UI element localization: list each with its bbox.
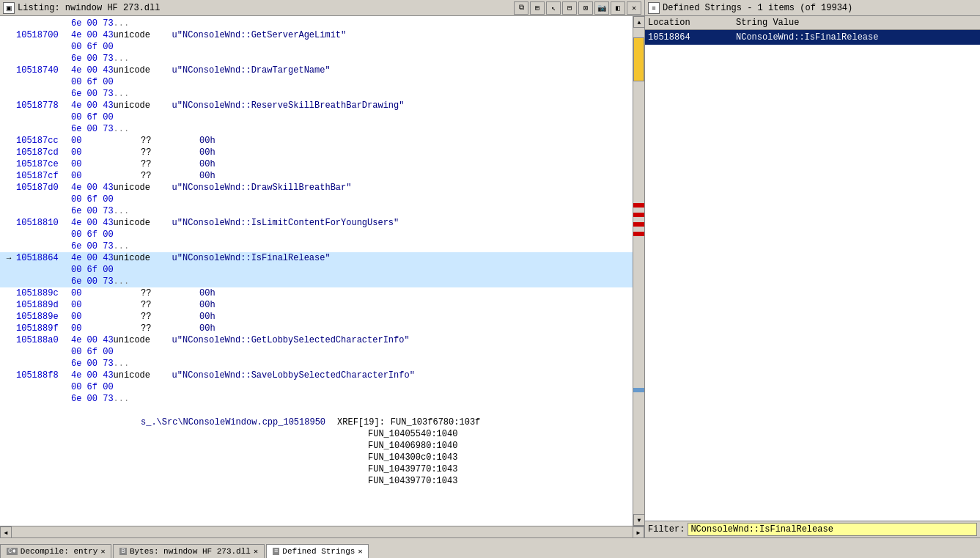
tab-bytes[interactable]: B Bytes: nwindow HF 273.dll ✕ <box>113 544 264 558</box>
scroll-marker-yellow <box>633 37 644 81</box>
listing-title: Listing: nwindow HF 273.dll <box>18 3 511 13</box>
camera-btn[interactable]: 📷 <box>594 1 609 15</box>
code-line: 00 6f 00 <box>0 346 633 358</box>
tab-close-decompile[interactable]: ✕ <box>100 547 105 556</box>
header-buttons: ⧉ ⊞ ↖ ⊟ ⊠ 📷 ◧ ✕ <box>514 1 641 15</box>
xref-line: FUN_10439770:1043 <box>0 475 633 487</box>
source-text: s_.\Src\NConsoleWindow.cpp_10518950 <box>141 416 325 428</box>
listing-hscroll[interactable]: ◀ ▶ <box>0 526 644 537</box>
tab-close-bytes[interactable]: ✕ <box>254 547 258 556</box>
code-line: 10518700 4e 00 43 unicode u"NConsoleWnd:… <box>0 29 633 41</box>
code-line: 105187ce 00 ?? 00h <box>0 158 633 170</box>
code-line: 1051889e 00 ?? 00h <box>0 311 633 323</box>
code-line: 105187cf 00 ?? 00h <box>0 170 633 182</box>
defined-strings-header: ≡ Defined Strings - 1 items (of 19934) <box>645 0 980 16</box>
close-btn[interactable]: ✕ <box>627 1 641 15</box>
tab-defined-strings[interactable]: ≡ Defined Strings ✕ <box>266 544 369 558</box>
listing-text-area[interactable]: 6e 00 73 ... 10518700 4e 00 43 unicode u… <box>0 16 633 526</box>
tab-label-ds: Defined Strings <box>282 547 355 556</box>
listing-vscroll[interactable]: ▲ ▼ <box>633 16 644 526</box>
code-line: 10518778 4e 00 43 unicode u"NConsoleWnd:… <box>0 100 633 111</box>
code-line: 105188f8 4e 00 43 unicode u"NConsoleWnd:… <box>0 370 633 381</box>
col-header-string: String Value <box>736 18 977 28</box>
scroll-marker-red-1 <box>633 203 644 208</box>
code-line: 105188a0 4e 00 43 unicode u"NConsoleWnd:… <box>0 334 633 346</box>
listing-icon: ▣ <box>3 2 15 14</box>
tab-label-decompile: Decompile: entry <box>21 547 98 556</box>
xref-line: FUN_104300c0:1043 <box>0 452 633 463</box>
split-btn-1[interactable]: ⊟ <box>562 1 577 15</box>
bottom-tabs: C♦ Decompile: entry ✕ B Bytes: nwindow H… <box>0 537 980 558</box>
arrow-indicator: → <box>1 252 16 264</box>
copy-btn-2[interactable]: ⊞ <box>530 1 545 15</box>
code-line: 00 6f 00 <box>0 264 633 276</box>
cell-string-value: NConsoleWnd::IsFinalRelease <box>736 31 977 44</box>
filter-input[interactable] <box>688 523 977 536</box>
code-line: 10518810 4e 00 43 unicode u"NConsoleWnd:… <box>0 217 633 229</box>
xref-line: FUN_10406980:1040 <box>0 440 633 452</box>
listing-panel: ▣ Listing: nwindow HF 273.dll ⧉ ⊞ ↖ ⊟ ⊠ … <box>0 0 645 537</box>
tab-icon-decompile: C♦ <box>7 548 18 555</box>
code-line: 6e 00 73 ... <box>0 88 633 100</box>
tab-close-ds[interactable]: ✕ <box>358 547 362 556</box>
code-line: 00 6f 00 <box>0 381 633 393</box>
cursor-btn[interactable]: ↖ <box>546 1 561 15</box>
split-btn-2[interactable]: ⊠ <box>578 1 593 15</box>
scroll-marker-red-2 <box>633 213 644 217</box>
xref-line: FUN_10439770:1043 <box>0 463 633 475</box>
code-line: 00 6f 00 <box>0 111 633 123</box>
copy-btn-1[interactable]: ⧉ <box>514 1 528 15</box>
right-panel: ≡ Defined Strings - 1 items (of 19934) L… <box>645 0 980 537</box>
xref-line: FUN_10405540:1040 <box>0 428 633 440</box>
tab-decompile[interactable]: C♦ Decompile: entry ✕ <box>0 544 111 558</box>
nav-btn[interactable]: ◧ <box>611 1 625 15</box>
code-line: 00 6f 00 <box>0 41 633 53</box>
highlighted-code-line: → 10518864 4e 00 43 unicode u"NConsoleWn… <box>0 252 633 264</box>
code-line: 6e 00 73 ... <box>0 393 633 405</box>
scroll-right-btn[interactable]: ▶ <box>633 526 644 537</box>
xref-value-1: FUN_103f6780:103f <box>391 416 480 428</box>
code-line: 00 6f 00 <box>0 76 633 88</box>
listing-content: 6e 00 73 ... 10518700 4e 00 43 unicode u… <box>0 16 644 526</box>
source-line: s_.\Src\NConsoleWindow.cpp_10518950 XREF… <box>0 416 633 428</box>
listing-header: ▣ Listing: nwindow HF 273.dll ⧉ ⊞ ↖ ⊟ ⊠ … <box>0 0 644 16</box>
scroll-up-btn[interactable]: ▲ <box>633 16 644 28</box>
code-line: 1051889d 00 ?? 00h <box>0 299 633 311</box>
ds-icon: ≡ <box>648 2 660 14</box>
code-line: 6e 00 73 ... <box>0 18 633 29</box>
code-line: 6e 00 73 ... <box>0 53 633 65</box>
tab-label-bytes: Bytes: nwindow HF 273.dll <box>130 547 251 556</box>
filter-label: Filter: <box>648 524 685 535</box>
cell-location: 10518864 <box>648 31 736 44</box>
scroll-marker-red-4 <box>633 232 644 236</box>
table-header: Location String Value <box>645 16 980 30</box>
scroll-left-btn[interactable]: ◀ <box>0 526 12 537</box>
code-line: 105187cc 00 ?? 00h <box>0 135 633 147</box>
tab-icon-ds: ≡ <box>273 548 279 555</box>
col-header-location: Location <box>648 18 736 28</box>
tab-icon-bytes: B <box>119 548 126 555</box>
code-line: 105187d0 4e 00 43 unicode u"NConsoleWnd:… <box>0 182 633 194</box>
scroll-marker-red-3 <box>633 222 644 227</box>
code-line: 6e 00 73 ... <box>0 276 633 287</box>
code-line: 1051889c 00 ?? 00h <box>0 287 633 299</box>
code-line: 6e 00 73 ... <box>0 205 633 217</box>
table-content[interactable]: 10518864 NConsoleWnd::IsFinalRelease <box>645 30 980 521</box>
xref-label: XREF[19]: <box>337 416 385 428</box>
code-line: 6e 00 73 ... <box>0 123 633 135</box>
scroll-down-btn[interactable]: ▼ <box>633 514 644 526</box>
code-line: 6e 00 73 ... <box>0 241 633 252</box>
code-line: 1051889f 00 ?? 00h <box>0 323 633 334</box>
code-line: 6e 00 73 ... <box>0 358 633 370</box>
filter-bar: Filter: <box>645 521 980 537</box>
code-line: 10518740 4e 00 43 unicode u"NConsoleWnd:… <box>0 65 633 76</box>
table-row-selected[interactable]: 10518864 NConsoleWnd::IsFinalRelease <box>645 30 980 45</box>
scroll-marker-blue <box>633 388 644 392</box>
hscroll-track[interactable] <box>12 526 633 537</box>
code-line: 00 6f 00 <box>0 194 633 205</box>
code-line: 00 6f 00 <box>0 229 633 241</box>
code-line: 105187cd 00 ?? 00h <box>0 147 633 158</box>
scroll-track[interactable] <box>633 28 644 514</box>
main-container: ▣ Listing: nwindow HF 273.dll ⧉ ⊞ ↖ ⊟ ⊠ … <box>0 0 980 537</box>
defined-strings-title: Defined Strings - 1 items (of 19934) <box>663 3 852 13</box>
